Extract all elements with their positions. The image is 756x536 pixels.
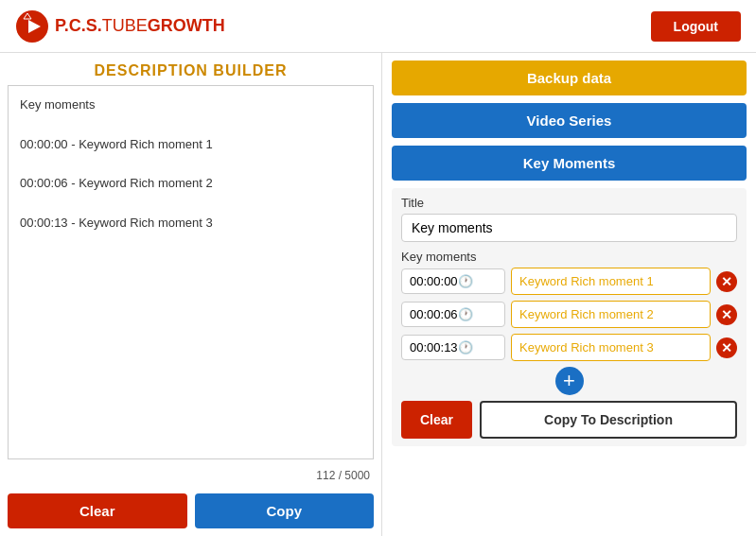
logo-icon: [15, 9, 49, 43]
preview-line-2: 00:00:00 - Keyword Rich moment 1: [20, 135, 361, 155]
time-field-2: 00:00:06 🕐: [401, 302, 505, 327]
time-field-3: 00:00:13 🕐: [401, 335, 505, 360]
main-content: DESCRIPTION BUILDER Key moments 00:00:00…: [0, 53, 756, 536]
clear-right-button[interactable]: Clear: [401, 401, 472, 439]
backup-button[interactable]: Backup data: [392, 61, 747, 95]
logo-growth: GROWTH: [148, 16, 225, 35]
moment-text-2[interactable]: [511, 301, 711, 328]
remove-button-2[interactable]: ✕: [716, 304, 737, 325]
key-moments-button[interactable]: Key Moments: [392, 146, 747, 181]
title-input[interactable]: [401, 214, 737, 242]
remove-button-1[interactable]: ✕: [716, 271, 737, 292]
remove-icon-3: ✕: [716, 337, 737, 358]
left-buttons: Clear Copy: [0, 486, 381, 536]
time-field-1: 00:00:00 🕐: [401, 268, 505, 294]
copy-to-desc-button[interactable]: Copy To Description: [480, 401, 737, 439]
preview-line-4: 00:00:13 - Keyword Rich moment 3: [20, 214, 361, 233]
title-label: Title: [401, 196, 737, 210]
right-panel: Backup data Video Series Key Moments Tit…: [382, 53, 756, 536]
time-value-2: 00:00:06: [410, 307, 458, 321]
moment-row-3: 00:00:13 🕐 ✕: [401, 334, 737, 361]
logo-tube: TUBE: [102, 16, 148, 35]
bottom-buttons: Clear Copy To Description: [401, 401, 737, 439]
key-moments-section-label: Key moments: [401, 250, 737, 264]
video-series-button[interactable]: Video Series: [392, 103, 747, 138]
add-moment-button[interactable]: +: [555, 367, 584, 395]
left-panel: DESCRIPTION BUILDER Key moments 00:00:00…: [0, 53, 382, 536]
header: P.C.S.TUBEGROWTH Logout: [0, 0, 756, 53]
char-count: 112 / 5000: [0, 467, 381, 486]
moment-text-1[interactable]: [511, 268, 711, 295]
remove-icon-2: ✕: [716, 304, 737, 325]
preview-line-3: 00:00:06 - Keyword Rich moment 2: [20, 174, 361, 194]
logout-button[interactable]: Logout: [651, 11, 741, 42]
time-value-1: 00:00:00: [410, 274, 458, 288]
logo-text: P.C.S.TUBEGROWTH: [55, 16, 225, 36]
clear-left-button[interactable]: Clear: [8, 493, 187, 528]
remove-button-3[interactable]: ✕: [716, 337, 737, 358]
clock-icon-2: 🕐: [458, 307, 497, 321]
moment-row-1: 00:00:00 🕐 ✕: [401, 268, 737, 295]
preview-line-1: Key moments: [20, 95, 361, 115]
clock-icon-3: 🕐: [458, 340, 497, 354]
logo-pcs: P.C.S.: [55, 16, 102, 35]
time-value-3: 00:00:13: [410, 340, 458, 354]
clock-icon-1: 🕐: [458, 274, 497, 288]
moment-row-2: 00:00:06 🕐 ✕: [401, 301, 737, 328]
desc-builder-title: DESCRIPTION BUILDER: [0, 53, 381, 85]
moment-text-3[interactable]: [511, 334, 711, 361]
add-btn-container: +: [401, 367, 737, 395]
logo-area: P.C.S.TUBEGROWTH: [15, 9, 225, 43]
preview-box: Key moments 00:00:00 - Keyword Rich mome…: [8, 85, 374, 459]
remove-icon-1: ✕: [716, 271, 737, 292]
form-section: Title Key moments 00:00:00 🕐 ✕: [392, 188, 747, 446]
copy-left-button[interactable]: Copy: [195, 493, 375, 528]
